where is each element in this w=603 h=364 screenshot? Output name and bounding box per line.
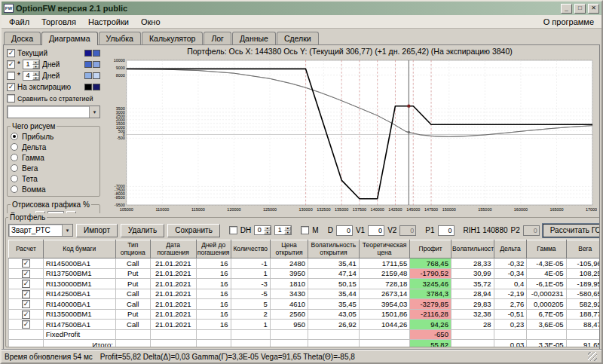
spin-down-icon[interactable]: ▼ [32, 65, 39, 69]
row-days: 16 [196, 320, 231, 330]
delete-button[interactable]: Удалить [121, 224, 164, 237]
row-calc-checkbox[interactable]: ✓ [22, 259, 30, 268]
chevron-down-icon[interactable]: ▼ [62, 225, 72, 236]
spin-down-icon[interactable]: ▼ [32, 76, 39, 81]
strategy-select[interactable]: Зварт_РТС ▼ [8, 224, 73, 237]
row-calc-checkbox[interactable]: ✓ [22, 280, 30, 288]
maximize-button[interactable]: □ [574, 4, 586, 14]
column-header[interactable]: Расчет [9, 240, 44, 258]
row-calc-checkbox[interactable]: ✓ [22, 290, 30, 298]
column-header[interactable]: Тип опциона [115, 240, 150, 258]
row-open-vol [308, 329, 360, 340]
column-header[interactable]: Волатильность [451, 240, 494, 258]
row-calc-checkbox[interactable]: ✓ [22, 300, 30, 308]
spin-down-icon[interactable]: ▼ [284, 231, 291, 235]
radio-theta[interactable]: Тета [11, 173, 96, 184]
dh-spinner-1[interactable]: 0 ▲▼ [254, 225, 271, 235]
radio-vega[interactable]: Вега [11, 163, 96, 173]
p1-input[interactable] [438, 225, 455, 236]
row-profit: 3784,3 [410, 289, 451, 299]
row-open-vol: 35,41 [308, 258, 360, 269]
compare-strategy-checkbox[interactable] [7, 94, 15, 102]
spin-down-icon[interactable]: ▼ [264, 231, 271, 235]
d-input[interactable] [336, 225, 353, 236]
diagram-page: ✓ Текущий ✓ * 1 ▲▼ Дней [3, 44, 600, 350]
column-header[interactable]: Вега [566, 240, 600, 258]
menu-about[interactable]: О программе [537, 17, 600, 27]
v1-input[interactable] [368, 225, 384, 236]
color-swatch[interactable] [84, 50, 92, 57]
radio-profit[interactable]: Прибыль [11, 131, 96, 142]
p2-input[interactable] [523, 225, 540, 236]
day4-spinner[interactable]: 4 ▲▼ [23, 71, 40, 81]
menu-file[interactable]: Файл [3, 17, 35, 27]
row-vol: 35,72 [451, 279, 494, 289]
expiration-checkbox[interactable]: ✓ [7, 83, 15, 91]
chevron-down-icon[interactable]: ▼ [89, 106, 99, 118]
column-header[interactable]: Дельта [494, 240, 527, 258]
column-header[interactable]: Количество [231, 240, 270, 258]
portfolio-row: Итого:55,820,033,3E-0591,65-85,8X [9, 340, 601, 348]
color-swatch[interactable] [84, 72, 92, 79]
v2-input[interactable] [399, 225, 416, 236]
tab-data[interactable]: Данные [232, 32, 276, 44]
radio-icon[interactable] [11, 143, 18, 151]
menu-settings[interactable]: Настройки [82, 17, 135, 27]
column-header[interactable]: Профит [410, 240, 451, 258]
resize-grip[interactable] [588, 352, 597, 361]
color-swatch[interactable] [84, 61, 92, 68]
day1-checkbox[interactable]: ✓ [7, 60, 15, 69]
column-header[interactable]: Дата погашения [150, 240, 196, 258]
minimize-button[interactable]: _ [561, 4, 572, 14]
chart-canvas[interactable]: 1000090008000350030002500200015001000500… [103, 58, 597, 213]
close-button[interactable]: ✕ [588, 4, 599, 14]
row-theor-price: 2673,14 [359, 289, 410, 299]
day4-checkbox[interactable] [7, 72, 15, 80]
row-gamma [527, 329, 566, 340]
calc-go-button[interactable]: Рассчитать ГО [543, 224, 600, 237]
row-profit: -2116,28 [410, 309, 451, 320]
m-checkbox[interactable] [301, 226, 309, 234]
column-header[interactable]: Дней до погашения [196, 240, 231, 258]
column-header[interactable]: Гамма [527, 240, 566, 258]
color-swatch[interactable] [93, 50, 100, 57]
tab-log[interactable]: Лог [204, 32, 231, 44]
row-gamma: -4,3E-05 [527, 258, 566, 269]
color-swatch[interactable] [84, 84, 92, 90]
radio-icon[interactable] [11, 133, 18, 140]
row-calc-checkbox[interactable]: ✓ [22, 320, 30, 329]
current-checkbox[interactable]: ✓ [7, 49, 15, 57]
color-swatch[interactable] [93, 84, 100, 90]
column-header[interactable]: Волатильность открытия [308, 240, 360, 258]
color-swatch[interactable] [93, 61, 100, 68]
radio-icon[interactable] [11, 175, 18, 182]
radio-icon[interactable] [11, 164, 18, 172]
menu-trading[interactable]: Торговля [35, 17, 82, 27]
radio-gamma[interactable]: Гамма [11, 152, 96, 163]
dh-spinner-2[interactable]: 1 ▲▼ [274, 225, 292, 235]
radio-delta[interactable]: Дельта [11, 142, 96, 152]
row-calc-checkbox[interactable]: ✓ [22, 310, 30, 319]
column-header[interactable]: Цена открытия [270, 240, 308, 258]
tab-diagram[interactable]: Диаграмма [41, 32, 98, 45]
svg-text:125000: 125000 [263, 207, 277, 212]
save-button[interactable]: Сохранить [167, 224, 220, 237]
compare-strategy-select[interactable]: ▼ [7, 106, 100, 118]
tab-board[interactable]: Доска [4, 32, 41, 44]
color-swatch[interactable] [93, 72, 100, 79]
radio-icon[interactable] [11, 154, 18, 161]
row-calc-cell: ✓ [9, 268, 44, 279]
row-calc-checkbox[interactable]: ✓ [22, 270, 30, 278]
row-expiry-date: 21.01.2021 [150, 258, 196, 269]
day1-spinner[interactable]: 1 ▲▼ [23, 60, 40, 69]
radio-icon[interactable] [11, 185, 18, 193]
import-button[interactable]: Импорт [76, 224, 118, 237]
dh-checkbox[interactable] [229, 226, 237, 234]
tab-deals[interactable]: Сделки [277, 32, 319, 44]
radio-vomma[interactable]: Вомма [11, 184, 96, 194]
column-header[interactable]: Теоретическая цена [359, 240, 410, 258]
menu-window[interactable]: Окно [135, 17, 167, 27]
column-header[interactable]: Код бумаги [43, 240, 115, 258]
tab-smile[interactable]: Улыбка [99, 32, 141, 44]
tab-calculator[interactable]: Калькулятор [142, 32, 203, 44]
